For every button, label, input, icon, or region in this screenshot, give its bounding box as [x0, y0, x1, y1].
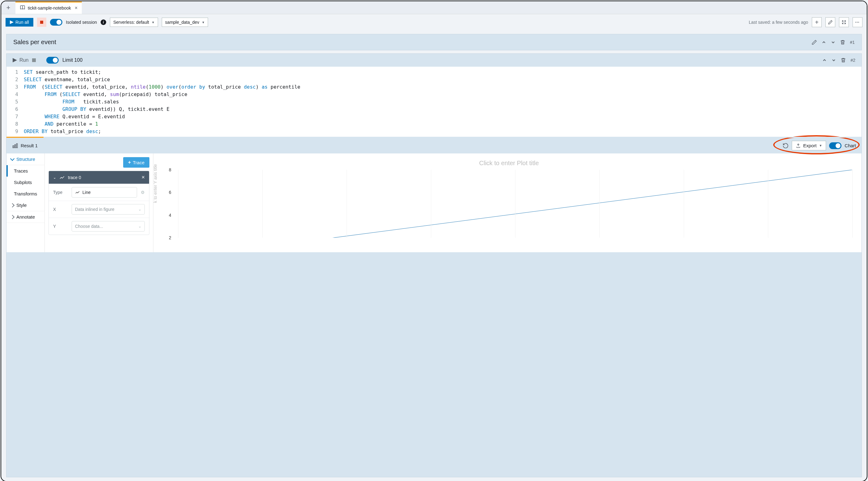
result-tab[interactable]: Result 1 [12, 143, 38, 149]
trash-icon[interactable] [840, 57, 846, 63]
annotate-group[interactable]: Annotate [6, 211, 44, 223]
chart-toggle[interactable] [829, 142, 841, 149]
caret-down-icon: ▼ [202, 21, 205, 24]
x-placeholder: Data inlined in figure [75, 207, 115, 212]
plot-area[interactable]: Click to enter Plot title k to enter Y a… [153, 153, 862, 252]
run-all-button[interactable]: Run all [5, 18, 33, 27]
limit-toggle[interactable] [46, 57, 59, 64]
traces-tab[interactable]: Traces [6, 165, 44, 177]
fullscreen-button[interactable] [839, 17, 849, 27]
chevron-up-icon[interactable] [822, 58, 827, 63]
edit-icon[interactable] [811, 39, 817, 45]
close-icon[interactable]: × [142, 174, 145, 181]
trace-panel: ⌄ trace 0 × Type Line ⚙ [49, 171, 149, 235]
sql-editor[interactable]: 1SET search_path to tickit;2SELECT event… [6, 67, 862, 137]
type-value: Line [83, 190, 90, 195]
svg-rect-3 [14, 145, 16, 148]
type-label: Type [53, 190, 68, 195]
trace-type-select[interactable]: Line [72, 187, 137, 198]
export-button[interactable]: Export ▼ [792, 141, 826, 150]
line-icon [59, 175, 65, 180]
refresh-icon[interactable] [782, 143, 789, 149]
chart-icon [12, 143, 18, 149]
chevron-down-icon: ⌄ [53, 175, 56, 180]
trace-name: trace 0 [68, 175, 81, 180]
close-tab-icon[interactable]: × [75, 5, 78, 11]
x-label: X [53, 207, 68, 212]
connection-value: Serverless: default [113, 20, 149, 25]
run-cell-button[interactable]: Run [13, 57, 28, 63]
new-tab-button[interactable]: + [3, 2, 13, 13]
limit-label: Limit 100 [62, 57, 83, 63]
y-label: Y [53, 224, 68, 229]
trace-header[interactable]: ⌄ trace 0 × [49, 171, 149, 184]
isolated-session-toggle[interactable] [50, 19, 62, 26]
chevron-down-icon: ⌄ [138, 224, 142, 229]
svg-rect-2 [13, 146, 14, 148]
last-saved-text: Last saved: a few seconds ago [749, 20, 808, 25]
caret-down-icon: ▼ [819, 144, 822, 147]
cell-index: #2 [850, 58, 855, 63]
svg-marker-1 [13, 58, 17, 62]
add-trace-button[interactable]: + Trace [123, 157, 149, 168]
add-trace-label: Trace [133, 160, 145, 165]
notebook-icon [20, 5, 25, 11]
y-placeholder: Choose data... [75, 224, 103, 229]
stop-cell-button[interactable] [32, 58, 36, 62]
connection-dropdown[interactable]: Serverless: default ▼ [110, 18, 158, 27]
info-icon[interactable]: i [101, 20, 106, 25]
subplots-tab[interactable]: Subplots [6, 177, 44, 188]
style-group[interactable]: Style [6, 200, 44, 211]
chart-sidebar: Structure Traces Subplots Transforms Sty… [6, 153, 45, 252]
trash-icon[interactable] [840, 39, 845, 45]
gear-icon[interactable]: ⚙ [141, 190, 145, 195]
run-label: Run [20, 57, 28, 63]
add-cell-button[interactable]: + [812, 17, 822, 27]
chevron-down-icon[interactable] [831, 58, 836, 63]
cell-title: Sales per event [13, 38, 808, 46]
database-value: sample_data_dev [165, 20, 199, 25]
line-icon [75, 190, 80, 195]
caret-down-icon: ▼ [152, 21, 155, 24]
database-dropdown[interactable]: sample_data_dev ▼ [162, 18, 208, 27]
export-label: Export [803, 143, 816, 148]
cell-index: #1 [850, 40, 855, 45]
structure-group[interactable]: Structure [6, 153, 44, 165]
stop-all-button[interactable] [37, 18, 46, 27]
plot-yaxis-placeholder[interactable]: k to enter Y axis title [153, 164, 158, 203]
svg-marker-0 [10, 20, 13, 24]
chevron-up-icon[interactable] [822, 40, 826, 45]
tab-title: tickit-sample-notebook [28, 5, 71, 10]
trace-x-select[interactable]: Data inlined in figure ⌄ [72, 204, 145, 215]
svg-rect-4 [17, 144, 17, 148]
result-tab-label: Result 1 [21, 143, 38, 148]
upload-icon [796, 143, 801, 148]
chevron-down-icon: ⌄ [138, 207, 142, 211]
chevron-down-icon[interactable] [831, 40, 836, 45]
edit-button[interactable] [826, 17, 835, 27]
query-cell: Run Limit 100 #2 1SET search_path to tic… [6, 53, 862, 477]
trace-y-select[interactable]: Choose data... ⌄ [72, 221, 145, 232]
transforms-tab[interactable]: Transforms [6, 188, 44, 200]
plot-title-placeholder[interactable]: Click to enter Plot title [166, 160, 852, 167]
isolated-session-label: Isolated session [66, 20, 97, 25]
more-button[interactable]: ⋯ [852, 17, 863, 27]
chart-toggle-label: Chart [844, 143, 856, 148]
notebook-tab[interactable]: tickit-sample-notebook × [16, 2, 82, 14]
run-all-label: Run all [16, 20, 29, 25]
markdown-cell: Sales per event #1 [6, 34, 862, 50]
